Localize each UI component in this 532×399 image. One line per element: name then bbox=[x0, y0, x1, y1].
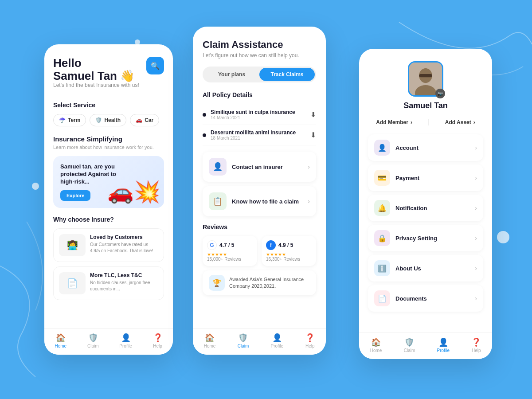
nav-home[interactable]: 🏠 Home bbox=[55, 333, 66, 348]
right-phone: 📷 Samuel Tan Add Member › Add Asset › 👤 bbox=[359, 49, 492, 359]
add-asset-button[interactable]: Add Asset › bbox=[445, 119, 475, 125]
greeting-text: Hello Samuel Tan 👋 bbox=[53, 57, 139, 82]
rp-nav-claim[interactable]: 🛡️ Claim bbox=[404, 337, 415, 353]
search-icon: 🔍 bbox=[151, 62, 160, 70]
explore-button[interactable]: Explore bbox=[60, 190, 90, 201]
help-icon: ❓ bbox=[471, 337, 481, 347]
file-claim-row[interactable]: 📋 Know how to file a claim › bbox=[203, 186, 316, 216]
nav-help[interactable]: ❓ Help bbox=[153, 333, 163, 348]
privacy-icon: 🔒 bbox=[378, 234, 387, 243]
loved-title: Loved by Customers bbox=[90, 234, 158, 240]
rp-nav-help[interactable]: ❓ Help bbox=[471, 337, 481, 353]
documents-menu-item[interactable]: 📄 Documents › bbox=[368, 285, 483, 312]
home-icon: 🏠 bbox=[371, 337, 381, 347]
google-score: 4.7 / 5 bbox=[219, 242, 234, 248]
google-count: 15,000+ Reviews bbox=[207, 257, 253, 262]
mid-phone-bottom-nav: 🏠 Home 🛡️ Claim 👤 Profile ❓ Help bbox=[193, 328, 326, 355]
claim-icon: 🛡️ bbox=[88, 333, 98, 343]
account-icon: 👤 bbox=[378, 144, 387, 152]
claim-icon: 🛡️ bbox=[238, 333, 248, 343]
customers-illustration: 👩‍💻 bbox=[59, 234, 86, 256]
tlc-illustration: 📄 bbox=[59, 272, 86, 294]
google-review-card: G 4.7 / 5 ★★★★★ 15,000+ Reviews bbox=[203, 236, 257, 266]
file-claim-chevron: › bbox=[308, 198, 310, 205]
member-asset-row: Add Member › Add Asset › bbox=[368, 119, 483, 125]
insurance-simplify-title: Insurance Simplifying bbox=[53, 135, 164, 143]
your-plans-tab[interactable]: Your plans bbox=[204, 68, 259, 81]
divider bbox=[428, 119, 429, 125]
mid-nav-claim[interactable]: 🛡️ Claim bbox=[238, 333, 249, 348]
loved-by-customers-card: 👩‍💻 Loved by Customers Our Customers hav… bbox=[53, 228, 164, 262]
service-chip-term[interactable]: ☂️ Term bbox=[53, 114, 86, 126]
documents-icon-wrap: 📄 bbox=[374, 290, 390, 306]
greeting-subtitle: Let's find the best Insurance with us! bbox=[53, 82, 139, 88]
about-icon: ℹ️ bbox=[378, 264, 387, 273]
file-claim-label: Know how to file a claim bbox=[232, 198, 299, 205]
health-icon: 🛡️ bbox=[95, 117, 102, 123]
why-choose-title: Why choose Insure? bbox=[53, 216, 164, 223]
avatar-wrap: 📷 bbox=[408, 61, 443, 97]
rp-nav-home[interactable]: 🏠 Home bbox=[370, 337, 382, 353]
service-chips: ☂️ Term 🛡️ Health 🚗 Car bbox=[53, 114, 164, 126]
promo-banner: Samuel tan, are you protected Against to… bbox=[53, 156, 164, 208]
svg-point-3 bbox=[497, 231, 509, 243]
reviews-row: G 4.7 / 5 ★★★★★ 15,000+ Reviews f 4.9 / … bbox=[203, 236, 316, 266]
loved-text: Our Customers have rated us 4.9/5 on Fac… bbox=[90, 242, 158, 254]
mid-nav-home[interactable]: 🏠 Home bbox=[204, 333, 216, 348]
payment-icon-wrap: 💳 bbox=[374, 170, 390, 186]
privacy-icon-wrap: 🔒 bbox=[374, 230, 390, 246]
claim-icon: 🛡️ bbox=[404, 337, 414, 347]
car-illustration: 🚗💥 bbox=[107, 180, 160, 204]
nav-profile[interactable]: 👤 Profile bbox=[119, 333, 132, 348]
privacy-menu-item[interactable]: 🔒 Privacy Setting › bbox=[368, 225, 483, 251]
plan-tabs: Your plans Track Claims bbox=[203, 66, 316, 82]
about-icon-wrap: ℹ️ bbox=[374, 260, 390, 276]
mid-nav-profile[interactable]: 👤 Profile bbox=[271, 333, 283, 348]
contact-icon-wrap: 👤 bbox=[209, 158, 227, 176]
payment-menu-item[interactable]: 💳 Payment › bbox=[368, 164, 483, 191]
contact-insurer-label: Contact an insurer bbox=[232, 164, 283, 170]
account-menu-item[interactable]: 👤 Account › bbox=[368, 134, 483, 161]
notification-label: Notification bbox=[395, 205, 427, 211]
documents-icon: 📄 bbox=[378, 294, 387, 303]
contact-insurer-row[interactable]: 👤 Contact an insurer › bbox=[203, 152, 316, 182]
notification-icon: 🔔 bbox=[378, 204, 387, 212]
track-claims-tab[interactable]: Track Claims bbox=[259, 68, 315, 81]
select-service-label: Select Service bbox=[53, 102, 164, 109]
about-chevron: › bbox=[475, 265, 477, 272]
about-us-menu-item[interactable]: ℹ️ About Us › bbox=[368, 255, 483, 282]
camera-button[interactable]: 📷 bbox=[435, 89, 445, 98]
contact-icon: 👤 bbox=[213, 162, 223, 172]
car-icon: 🚗 bbox=[136, 117, 142, 123]
profile-name: Samuel Tan bbox=[403, 101, 448, 110]
policy-date-1: 14 March 2021 bbox=[211, 115, 310, 120]
tlc-title: More TLC, Less T&C bbox=[90, 272, 158, 278]
nav-claim[interactable]: 🛡️ Claim bbox=[87, 333, 99, 348]
account-label: Account bbox=[395, 145, 419, 151]
profile-icon: 👤 bbox=[438, 337, 448, 347]
help-icon: ❓ bbox=[153, 333, 163, 343]
reviews-title: Reviews bbox=[203, 223, 316, 231]
file-claim-icon: 📋 bbox=[213, 196, 223, 206]
home-icon: 🏠 bbox=[56, 333, 66, 343]
notification-menu-item[interactable]: 🔔 Notification › bbox=[368, 195, 483, 221]
service-chip-car[interactable]: 🚗 Car bbox=[130, 114, 159, 126]
download-icon-1[interactable]: ⬇ bbox=[310, 110, 316, 119]
insurance-simplify-subtitle: Learn more about how insurance work for … bbox=[53, 145, 164, 150]
award-icon: 🏆 bbox=[209, 275, 225, 291]
policy-name-1: Similique sunt in culpa insurance bbox=[211, 109, 310, 115]
rp-nav-profile[interactable]: 👤 Profile bbox=[437, 337, 450, 353]
reviews-section: Reviews G 4.7 / 5 ★★★★★ 15,000+ Reviews … bbox=[203, 223, 316, 295]
add-member-button[interactable]: Add Member › bbox=[376, 119, 412, 125]
download-icon-2[interactable]: ⬇ bbox=[310, 131, 316, 139]
notification-chevron: › bbox=[475, 204, 477, 211]
file-claim-icon-wrap: 📋 bbox=[209, 192, 227, 210]
service-chip-health[interactable]: 🛡️ Health bbox=[90, 114, 126, 126]
insurance-simplify-section: Insurance Simplifying Learn more about h… bbox=[53, 135, 164, 150]
wave-emoji: 👋 bbox=[120, 69, 134, 82]
mid-nav-help[interactable]: ❓ Help bbox=[305, 333, 315, 348]
search-button[interactable]: 🔍 bbox=[146, 57, 164, 74]
add-member-chevron: › bbox=[411, 119, 412, 125]
claim-assistance-title: Claim Assistance bbox=[203, 39, 316, 51]
payment-chevron: › bbox=[475, 174, 477, 181]
